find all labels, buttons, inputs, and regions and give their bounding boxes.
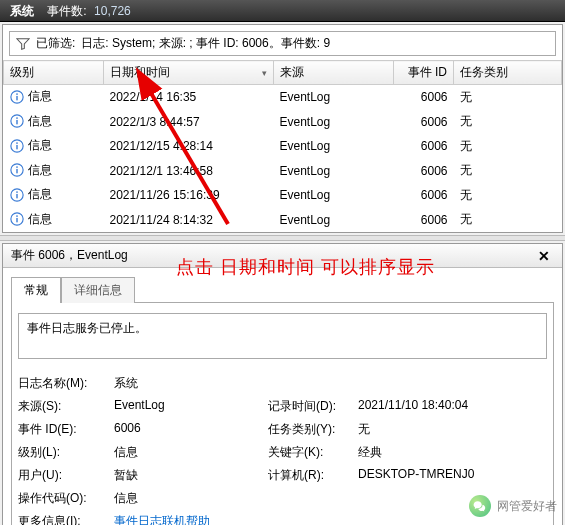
val-opcode: 信息 [114, 490, 547, 507]
val-logged: 2021/11/10 18:40:04 [358, 398, 547, 415]
val-source: EventLog [114, 398, 264, 415]
svg-rect-11 [16, 166, 17, 168]
table-row[interactable]: 信息2022/1/3 8:44:57EventLog6006无 [4, 110, 562, 135]
level-cell: 信息 [28, 113, 52, 130]
level-cell: 信息 [28, 211, 52, 228]
event-list-pane: 已筛选: 日志: System; 来源: ; 事件 ID: 6006。事件数: … [2, 24, 563, 233]
val-keywords: 经典 [358, 444, 547, 461]
close-icon[interactable]: ✕ [534, 248, 554, 264]
lbl-computer: 计算机(R): [268, 467, 354, 484]
datetime-cell: 2021/11/26 15:16:39 [104, 183, 274, 208]
event-total-value: 10,726 [94, 4, 131, 18]
level-cell: 信息 [28, 186, 52, 203]
table-row[interactable]: 信息2021/12/1 13:46:58EventLog6006无 [4, 159, 562, 184]
source-cell: EventLog [274, 134, 394, 159]
event-total-label: 事件数: [47, 4, 86, 18]
eventid-cell: 6006 [394, 110, 454, 135]
taskcat-cell: 无 [454, 110, 562, 135]
splitter[interactable] [0, 235, 565, 241]
svg-rect-14 [16, 191, 17, 193]
tabs: 常规 详细信息 [3, 268, 562, 302]
eventid-cell: 6006 [394, 134, 454, 159]
more-info-link[interactable]: 事件日志联机帮助 [114, 514, 210, 525]
val-level: 信息 [114, 444, 264, 461]
eventid-cell: 6006 [394, 183, 454, 208]
source-cell: EventLog [274, 85, 394, 110]
source-cell: EventLog [274, 208, 394, 233]
table-header-row: 级别 日期和时间 ▾ 来源 事件 ID 任务类别 [4, 61, 562, 85]
taskcat-cell: 无 [454, 159, 562, 184]
lbl-user: 用户(U): [18, 467, 110, 484]
source-cell: EventLog [274, 110, 394, 135]
info-icon: 信息 [10, 162, 52, 179]
filter-text: 日志: System; 来源: ; 事件 ID: 6006。事件数: 9 [81, 35, 330, 52]
svg-rect-8 [16, 142, 17, 144]
lbl-eventid: 事件 ID(E): [18, 421, 110, 438]
svg-rect-4 [16, 120, 17, 124]
event-table: 级别 日期和时间 ▾ 来源 事件 ID 任务类别 信息2022/1/14 16:… [3, 60, 562, 232]
svg-rect-7 [16, 144, 17, 148]
val-computer: DESKTOP-TMRENJ0 [358, 467, 547, 484]
tab-general[interactable]: 常规 [11, 277, 61, 303]
lbl-level: 级别(L): [18, 444, 110, 461]
datetime-cell: 2021/12/1 13:46:58 [104, 159, 274, 184]
info-icon: 信息 [10, 186, 52, 203]
tab-details[interactable]: 详细信息 [61, 277, 135, 303]
info-icon: 信息 [10, 113, 52, 130]
source-cell: EventLog [274, 183, 394, 208]
level-cell: 信息 [28, 137, 52, 154]
eventid-cell: 6006 [394, 159, 454, 184]
filter-icon [16, 37, 30, 51]
table-row[interactable]: 信息2022/1/14 16:35EventLog6006无 [4, 85, 562, 110]
svg-rect-1 [16, 95, 17, 99]
val-taskcat: 无 [358, 421, 547, 438]
col-level[interactable]: 级别 [4, 61, 104, 85]
lbl-more: 更多信息(I): [18, 513, 110, 525]
table-row[interactable]: 信息2021/11/26 15:16:39EventLog6006无 [4, 183, 562, 208]
col-source[interactable]: 来源 [274, 61, 394, 85]
taskcat-cell: 无 [454, 208, 562, 233]
info-icon: 信息 [10, 211, 52, 228]
table-row[interactable]: 信息2021/12/15 4:28:14EventLog6006无 [4, 134, 562, 159]
level-cell: 信息 [28, 88, 52, 105]
col-taskcat[interactable]: 任务类别 [454, 61, 562, 85]
level-cell: 信息 [28, 162, 52, 179]
info-icon: 信息 [10, 88, 52, 105]
svg-rect-10 [16, 169, 17, 173]
taskcat-cell: 无 [454, 134, 562, 159]
lbl-keywords: 关键字(K): [268, 444, 354, 461]
event-detail-pane: 事件 6006，EventLog ✕ 常规 详细信息 事件日志服务已停止。 日志… [2, 243, 563, 525]
col-datetime[interactable]: 日期和时间 ▾ [104, 61, 274, 85]
info-icon: 信息 [10, 137, 52, 154]
lbl-source: 来源(S): [18, 398, 110, 415]
eventid-cell: 6006 [394, 85, 454, 110]
table-row[interactable]: 信息2021/11/24 8:14:32EventLog6006无 [4, 208, 562, 233]
lbl-taskcat: 任务类别(Y): [268, 421, 354, 438]
svg-rect-16 [16, 218, 17, 222]
event-properties: 日志名称(M): 系统 来源(S): EventLog 记录时间(D): 202… [18, 375, 547, 525]
detail-title-text: 事件 6006，EventLog [11, 247, 128, 264]
window-titlebar: 系统 事件数: 10,726 [0, 0, 565, 22]
col-eventid[interactable]: 事件 ID [394, 61, 454, 85]
taskcat-cell: 无 [454, 183, 562, 208]
lbl-logname: 日志名称(M): [18, 375, 110, 392]
filter-bar[interactable]: 已筛选: 日志: System; 来源: ; 事件 ID: 6006。事件数: … [9, 31, 556, 56]
source-cell: EventLog [274, 159, 394, 184]
val-logname: 系统 [114, 375, 547, 392]
filter-label: 已筛选: [36, 35, 75, 52]
lbl-opcode: 操作代码(O): [18, 490, 110, 507]
val-user: 暂缺 [114, 467, 264, 484]
window-title: 系统 [10, 4, 34, 18]
svg-rect-17 [16, 215, 17, 217]
datetime-cell: 2021/12/15 4:28:14 [104, 134, 274, 159]
detail-titlebar: 事件 6006，EventLog ✕ [3, 244, 562, 268]
datetime-cell: 2022/1/3 8:44:57 [104, 110, 274, 135]
svg-rect-13 [16, 193, 17, 197]
eventid-cell: 6006 [394, 208, 454, 233]
datetime-cell: 2022/1/14 16:35 [104, 85, 274, 110]
lbl-logged: 记录时间(D): [268, 398, 354, 415]
sort-indicator-icon: ▾ [262, 68, 267, 78]
event-message: 事件日志服务已停止。 [18, 313, 547, 359]
taskcat-cell: 无 [454, 85, 562, 110]
svg-rect-5 [16, 117, 17, 119]
